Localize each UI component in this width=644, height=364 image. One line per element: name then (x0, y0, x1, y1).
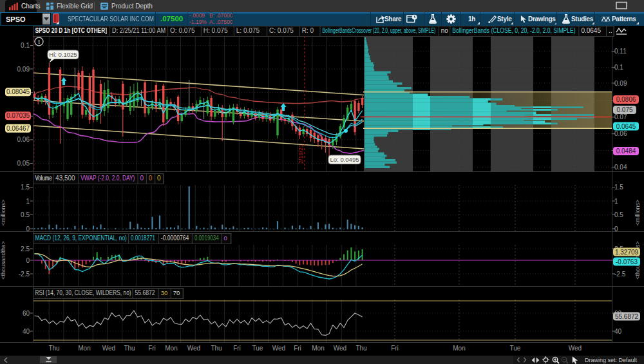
svg-text:0: 0 (140, 175, 144, 182)
svg-text:1: 1 (26, 198, 30, 205)
svg-text:0.0484: 0.0484 (616, 148, 636, 155)
svg-text:0.0645: 0.0645 (581, 27, 601, 34)
svg-text:0.09: 0.09 (614, 80, 627, 87)
svg-text:0.5: 0.5 (614, 211, 623, 218)
svg-text:Thu: Thu (48, 345, 59, 352)
svg-text:0.07035: 0.07035 (6, 112, 30, 119)
svg-text:-0.0000764: -0.0000764 (161, 235, 189, 242)
svg-text:0.1: 0.1 (21, 42, 30, 49)
svg-text:0.0018271: 0.0018271 (131, 235, 155, 242)
svg-text:0.06: 0.06 (614, 130, 627, 137)
svg-text:H: 0.075: H: 0.075 (204, 27, 228, 34)
svg-text:Wed: Wed (334, 345, 346, 352)
svg-text:no: no (441, 27, 449, 34)
svg-text:0.04: 0.04 (614, 164, 627, 171)
svg-text:Wed: Wed (569, 345, 582, 352)
svg-text:C: 0.075: C: 0.075 (269, 27, 294, 34)
svg-text:Volume: Volume (35, 175, 52, 182)
svg-text:0: 0 (157, 175, 161, 182)
svg-text:Mon: Mon (312, 345, 324, 352)
svg-text:Thu: Thu (355, 345, 366, 352)
svg-text:Mon: Mon (78, 345, 90, 352)
svg-text:Wed: Wed (187, 345, 200, 352)
svg-text:0.075: 0.075 (616, 106, 632, 113)
svg-text:<millions>: <millions> (634, 200, 641, 226)
svg-text:0.0019034: 0.0019034 (194, 235, 219, 242)
svg-text:L: 0.075: L: 0.075 (236, 27, 260, 34)
svg-text:2.5: 2.5 (21, 245, 30, 253)
svg-text:Fri: Fri (233, 345, 241, 352)
svg-text:VWAP (-2.0, 2.0, DAY): VWAP (-2.0, 2.0, DAY) (80, 175, 135, 182)
svg-text:O: 0.075: O: 0.075 (170, 27, 195, 34)
svg-text:0.08045: 0.08045 (6, 88, 30, 95)
svg-text:40: 40 (614, 328, 622, 335)
svg-text:Fri: Fri (391, 345, 399, 352)
svg-text:Wed: Wed (102, 345, 115, 352)
svg-text:Wed: Wed (272, 345, 285, 352)
svg-text:R: 0: R: 0 (302, 27, 314, 34)
svg-text:0.07: 0.07 (614, 113, 627, 120)
svg-text:Lo: 0.0495: Lo: 0.0495 (330, 156, 359, 163)
svg-text:BollingerBands (CLOSE, 0, 20,: BollingerBands (CLOSE, 0, 20, -2.0, 2.0,… (452, 28, 575, 35)
svg-text:0.06467: 0.06467 (6, 125, 30, 132)
svg-text:0: 0 (26, 225, 30, 233)
svg-text:2/19/21: 2/19/21 (298, 144, 304, 164)
svg-text:60: 60 (23, 310, 30, 317)
svg-text:Mon: Mon (453, 345, 465, 352)
svg-text:43,500: 43,500 (55, 175, 75, 182)
svg-text:BollingerBandsCrossover (20, 2: BollingerBandsCrossover (20, 2.0, upper,… (323, 27, 436, 35)
svg-text:Mon: Mon (165, 345, 177, 352)
svg-text:!: ! (38, 38, 40, 45)
svg-text:0.05: 0.05 (17, 160, 30, 167)
svg-text:Thu: Thu (211, 345, 222, 352)
svg-text:0.06: 0.06 (17, 136, 30, 143)
svg-text:RSI (14, 70, 30, CLOSE, WILDER: RSI (14, 70, 30, CLOSE, WILDERS, no) (35, 290, 131, 297)
svg-text:0.1: 0.1 (614, 64, 623, 71)
svg-text:Tue: Tue (252, 345, 263, 352)
svg-text:Fri: Fri (148, 345, 156, 352)
svg-text:55.6872: 55.6872 (615, 313, 639, 320)
svg-text:..: .. (609, 27, 612, 34)
svg-text:40: 40 (23, 328, 30, 335)
svg-text:0: 0 (224, 235, 227, 242)
svg-text:0.5: 0.5 (21, 211, 30, 218)
svg-text:D: 2/25/21 11:00 AM: D: 2/25/21 11:00 AM (112, 27, 166, 34)
svg-text:-2.5: -2.5 (614, 271, 626, 278)
svg-text:0.0645: 0.0645 (616, 123, 636, 130)
svg-text:-0.0763: -0.0763 (616, 258, 638, 265)
svg-text:-2.5: -2.5 (19, 271, 30, 278)
svg-text:SPSO 20 D 1h [OTC OTHER]: SPSO 20 D 1h [OTC OTHER] (35, 27, 107, 34)
svg-text:1: 1 (614, 198, 618, 205)
svg-text:Thu: Thu (124, 345, 135, 352)
svg-text:1.32709: 1.32709 (615, 249, 639, 256)
svg-text:Tue: Tue (510, 345, 521, 352)
svg-text:MACD (12, 26, 9, EXPONENTIAL,: MACD (12, 26, 9, EXPONENTIAL, no) (35, 235, 127, 242)
svg-text:0.11: 0.11 (614, 48, 627, 55)
svg-text:0: 0 (614, 225, 618, 233)
svg-text:<thousandths>: <thousandths> (0, 241, 6, 280)
svg-text:0.0806: 0.0806 (616, 96, 636, 103)
svg-text:0: 0 (149, 175, 153, 182)
svg-text:30: 30 (161, 289, 168, 296)
svg-text:1.5: 1.5 (614, 184, 623, 191)
svg-text:0: 0 (26, 257, 30, 264)
svg-text:Hi: 0.1025: Hi: 0.1025 (49, 51, 77, 58)
svg-text:70: 70 (173, 289, 180, 296)
svg-text:0.09: 0.09 (17, 66, 30, 73)
svg-text:Fri: Fri (294, 345, 301, 352)
svg-text:1.5: 1.5 (21, 184, 30, 191)
svg-text:55.6872: 55.6872 (135, 290, 155, 297)
svg-text:<millions>: <millions> (0, 200, 6, 226)
